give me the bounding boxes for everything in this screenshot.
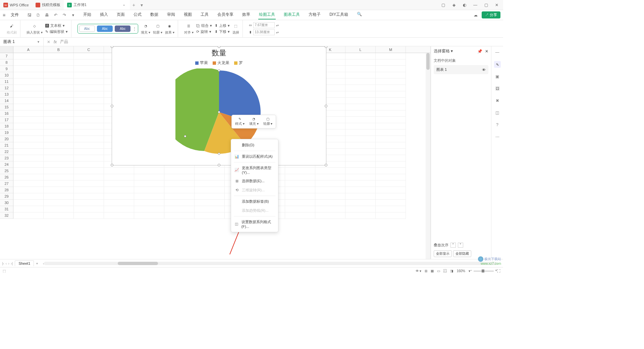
cell[interactable] xyxy=(104,181,134,187)
ctx-add-labels[interactable]: 添加数据标签(B) xyxy=(231,197,278,206)
hamburger-icon[interactable]: ≡ xyxy=(3,12,5,18)
cell[interactable] xyxy=(345,85,376,91)
formula-input[interactable]: 产品 xyxy=(60,39,68,45)
cell[interactable] xyxy=(345,174,376,181)
cell[interactable] xyxy=(164,174,195,181)
cell[interactable] xyxy=(345,155,376,161)
tab-home[interactable]: 开始 xyxy=(83,10,92,19)
chevron-down-icon[interactable]: ▼ xyxy=(37,40,40,44)
resize-handle[interactable] xyxy=(111,164,113,166)
new-tab-button[interactable]: + xyxy=(130,2,138,8)
more-icon[interactable]: ⋯ xyxy=(494,134,501,140)
spreadsheet-grid[interactable]: A B C D E F G H I J K L M 78910111213141… xyxy=(0,46,431,259)
file-menu[interactable]: 文件 xyxy=(9,11,21,18)
tab-diy[interactable]: DIY工具箱 xyxy=(329,10,349,19)
cell[interactable] xyxy=(285,200,315,206)
view-normal-icon[interactable]: ▦ xyxy=(431,269,434,272)
edit-shape-button[interactable]: ✎编辑形状 ▾ xyxy=(45,29,68,34)
cell[interactable] xyxy=(44,66,74,72)
cell[interactable] xyxy=(74,206,104,212)
cell[interactable] xyxy=(376,79,406,85)
ctx-delete[interactable]: 删除(D) xyxy=(231,141,278,150)
row-header[interactable]: 13 xyxy=(0,91,13,98)
cell[interactable] xyxy=(74,66,104,72)
tab-member[interactable]: 会员专享 xyxy=(217,10,234,19)
cell[interactable] xyxy=(376,91,406,98)
height-input[interactable] xyxy=(253,29,275,35)
cell[interactable] xyxy=(44,53,74,59)
mini-style-button[interactable]: ✎样式 ▾ xyxy=(234,116,246,127)
cell[interactable] xyxy=(376,117,406,123)
col-header[interactable]: L xyxy=(345,46,376,53)
save-icon[interactable]: 🖫 xyxy=(27,12,32,18)
cancel-formula-icon[interactable]: ✕ xyxy=(47,40,50,44)
row-header[interactable]: 16 xyxy=(0,110,13,117)
cell[interactable] xyxy=(195,187,225,193)
cell[interactable] xyxy=(44,193,74,200)
row-header[interactable]: 32 xyxy=(0,212,13,219)
cell[interactable] xyxy=(74,174,104,181)
cell[interactable] xyxy=(376,174,406,181)
cell[interactable] xyxy=(376,72,406,79)
tab-efficiency[interactable]: 效率 xyxy=(241,10,251,19)
cell[interactable] xyxy=(44,142,74,149)
print-icon[interactable]: 🖶 xyxy=(44,12,50,18)
cell[interactable] xyxy=(74,212,104,219)
eye-toggle-icon[interactable]: 👁 ▾ xyxy=(416,269,422,272)
view-page-icon[interactable]: ▭ xyxy=(437,269,440,272)
cell[interactable] xyxy=(345,187,376,193)
row-header[interactable]: 29 xyxy=(0,193,13,200)
cell[interactable] xyxy=(13,206,44,212)
cell[interactable] xyxy=(74,130,104,136)
style-more-icon[interactable]: ⋮ xyxy=(132,27,137,31)
cell[interactable] xyxy=(285,212,315,219)
col-header[interactable]: B xyxy=(44,46,74,53)
vertical-scrollbar[interactable] xyxy=(426,53,430,259)
qat-dropdown-icon[interactable]: ▾ xyxy=(70,12,76,18)
row-header[interactable]: 9 xyxy=(0,66,13,72)
cell[interactable] xyxy=(315,187,345,193)
row-header[interactable]: 20 xyxy=(0,136,13,142)
select-all-corner[interactable] xyxy=(0,46,13,53)
app-tab-workbook[interactable]: S 工作簿1 • xyxy=(64,0,130,10)
cell[interactable] xyxy=(315,212,345,219)
cell[interactable] xyxy=(134,212,164,219)
hide-all-button[interactable]: 全部隐藏 xyxy=(453,250,471,257)
cell[interactable] xyxy=(315,174,345,181)
group-button[interactable]: ⿻组合 ▾ xyxy=(196,23,212,28)
box-icon[interactable]: ◫ xyxy=(494,109,501,116)
cell[interactable] xyxy=(44,85,74,91)
collapse-icon[interactable]: — xyxy=(494,49,501,56)
cell[interactable] xyxy=(134,168,164,174)
cell[interactable] xyxy=(74,85,104,91)
cell[interactable] xyxy=(74,91,104,98)
cell[interactable] xyxy=(104,212,134,219)
cell[interactable] xyxy=(74,136,104,142)
style-abc-3[interactable]: Abc xyxy=(115,26,130,32)
outline-button[interactable]: ▢轮廓 ▾ xyxy=(153,23,162,35)
cell[interactable] xyxy=(134,174,164,181)
cell[interactable] xyxy=(13,72,44,79)
cell[interactable] xyxy=(74,149,104,155)
cell[interactable] xyxy=(345,110,376,117)
col-header[interactable]: C xyxy=(74,46,104,53)
cell[interactable] xyxy=(13,142,44,149)
cell[interactable] xyxy=(285,168,315,174)
image-icon[interactable]: 🖼 xyxy=(494,85,501,92)
mini-outline-button[interactable]: ▢轮廓 ▾ xyxy=(262,116,274,127)
close-icon[interactable]: • xyxy=(122,3,126,7)
row-header[interactable]: 25 xyxy=(0,168,13,174)
cell[interactable] xyxy=(315,181,345,187)
ctx-select-data[interactable]: ⊞选择数据(E)... xyxy=(231,177,278,186)
cell[interactable] xyxy=(104,187,134,193)
cell[interactable] xyxy=(345,91,376,98)
cell[interactable] xyxy=(74,117,104,123)
redo-icon[interactable]: ↷ xyxy=(62,12,67,18)
row-header[interactable]: 30 xyxy=(0,200,13,206)
cell[interactable] xyxy=(345,206,376,212)
close-button[interactable]: ✕ xyxy=(494,2,500,8)
tab-tools[interactable]: 工具 xyxy=(200,10,209,19)
cell[interactable] xyxy=(13,193,44,200)
pin-icon[interactable]: 📌 xyxy=(477,49,482,54)
row-header[interactable]: 23 xyxy=(0,155,13,161)
